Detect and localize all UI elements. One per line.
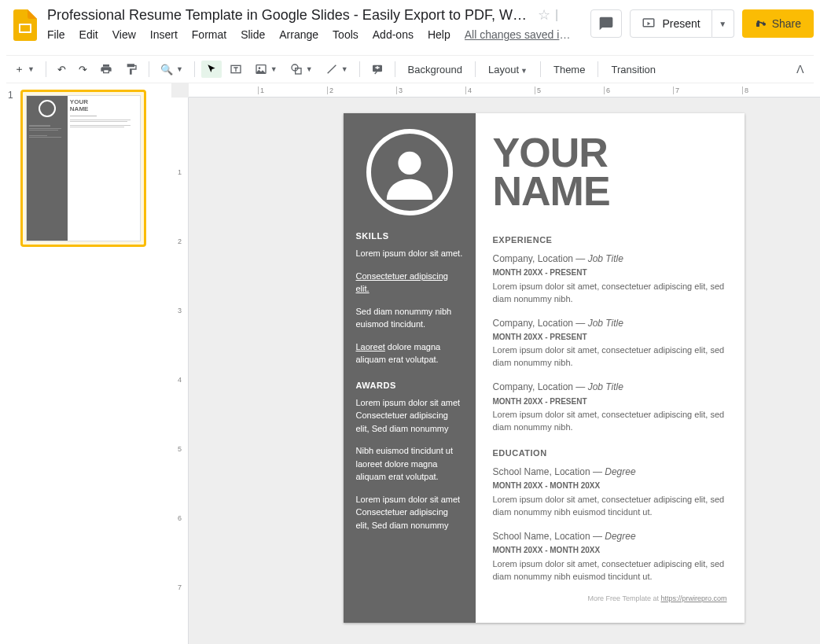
separator	[475, 61, 476, 77]
select-tool[interactable]	[201, 61, 222, 78]
separator	[395, 61, 395, 77]
new-slide-button[interactable]: ＋▼	[9, 59, 39, 79]
name-heading[interactable]: YOURNAME	[493, 134, 727, 212]
present-label: Present	[662, 17, 700, 30]
paint-format-button[interactable]	[120, 60, 142, 79]
save-state[interactable]: All changes saved in …	[465, 28, 575, 41]
separator	[540, 61, 541, 77]
menu-addons[interactable]: Add-ons	[373, 28, 414, 41]
toolbar: ＋▼ ↶ ↷ 🔍▼ ▼ ▼ ▼ Background Layout▼ Theme…	[6, 55, 814, 83]
title-separator: |	[555, 8, 558, 22]
menu-help[interactable]: Help	[428, 28, 450, 41]
share-button[interactable]: Share	[742, 9, 814, 38]
theme-button[interactable]: Theme	[547, 61, 591, 79]
menu-arrange[interactable]: Arrange	[279, 28, 318, 41]
transition-button[interactable]: Transition	[605, 61, 662, 79]
svg-rect-1	[20, 25, 30, 31]
awards-heading[interactable]: AWARDS	[356, 381, 463, 390]
comments-button[interactable]	[590, 9, 622, 38]
slide-thumbnail[interactable]: YOURNAME	[20, 90, 146, 247]
ruler-vertical: 1234567	[171, 98, 189, 644]
job-entry[interactable]: Company, Location — Job Title MONTH 20XX…	[493, 317, 727, 370]
collapse-toolbar-icon[interactable]: ᐱ	[790, 60, 811, 79]
edu-entry[interactable]: School Name, Location — Degree MONTH 20X…	[493, 530, 727, 583]
separator	[46, 61, 46, 77]
layout-button[interactable]: Layout▼	[482, 61, 534, 79]
menu-tools[interactable]: Tools	[333, 28, 359, 41]
comment-tool[interactable]	[366, 60, 388, 79]
awards-item[interactable]: Lorem ipsum dolor sit amet Consectetuer …	[356, 493, 463, 532]
menu-insert[interactable]: Insert	[150, 28, 178, 41]
print-button[interactable]	[95, 60, 117, 79]
thumb-number: 1	[8, 90, 16, 247]
menu-edit[interactable]: Edit	[79, 28, 98, 41]
edu-entry[interactable]: School Name, Location — Degree MONTH 20X…	[493, 466, 727, 519]
education-heading[interactable]: EDUCATION	[493, 448, 727, 458]
line-tool[interactable]: ▼	[321, 60, 353, 79]
separator	[194, 61, 195, 77]
present-button[interactable]: Present	[630, 9, 712, 38]
menu-format[interactable]: Format	[192, 28, 226, 41]
document-title[interactable]: Professional Resume Template in Google S…	[47, 7, 533, 24]
awards-item[interactable]: Nibh euismod tincidunt ut laoreet dolore…	[356, 444, 463, 484]
skills-item[interactable]: Lorem ipsum dolor sit amet.	[356, 247, 463, 260]
image-tool[interactable]: ▼	[250, 60, 282, 79]
svg-point-6	[259, 67, 261, 69]
background-button[interactable]: Background	[402, 61, 469, 79]
resume-main[interactable]: YOURNAME EXPERIENCE Company, Location — …	[476, 113, 745, 623]
separator	[359, 61, 360, 77]
svg-point-10	[398, 152, 421, 175]
menu-view[interactable]: View	[112, 28, 136, 41]
job-entry[interactable]: Company, Location — Job Title MONTH 20XX…	[493, 381, 727, 434]
star-icon[interactable]: ☆	[538, 6, 550, 24]
menu-file[interactable]: File	[47, 28, 65, 41]
shape-tool[interactable]: ▼	[285, 60, 318, 79]
filmstrip[interactable]: 1 YOURNAME	[0, 83, 171, 644]
present-dropdown[interactable]: ▼	[712, 9, 734, 38]
redo-button[interactable]: ↷	[74, 61, 92, 79]
ruler-horizontal: 12345678	[189, 83, 820, 98]
slide-canvas[interactable]: SKILLS Lorem ipsum dolor sit amet. Conse…	[344, 113, 745, 623]
menu-slide[interactable]: Slide	[241, 28, 265, 41]
skills-heading[interactable]: SKILLS	[356, 231, 463, 241]
skills-item[interactable]: Consectetuer adipiscing elit.	[356, 270, 463, 296]
textbox-tool[interactable]	[225, 60, 247, 79]
skills-item[interactable]: Sed diam nonummy nibh euismod tincidunt.	[356, 305, 463, 331]
job-entry[interactable]: Company, Location — Job Title MONTH 20XX…	[493, 252, 727, 306]
svg-rect-3	[756, 23, 759, 27]
separator	[598, 61, 598, 77]
awards-item[interactable]: Lorem ipsum dolor sit amet Consectetuer …	[356, 396, 463, 436]
skills-item[interactable]: Laoreet dolore magna aliquam erat volutp…	[356, 340, 463, 366]
slides-logo-icon[interactable]	[9, 9, 41, 41]
footer-link[interactable]: More Free Template at https://prwirepro.…	[493, 594, 727, 602]
share-label: Share	[772, 17, 801, 30]
resume-sidebar[interactable]: SKILLS Lorem ipsum dolor sit amet. Conse…	[344, 113, 476, 623]
separator	[149, 61, 149, 77]
undo-button[interactable]: ↶	[53, 61, 71, 79]
svg-rect-8	[295, 68, 300, 74]
menu-bar: File Edit View Insert Format Slide Arran…	[47, 28, 590, 41]
avatar-placeholder-icon[interactable]	[366, 129, 453, 215]
zoom-button[interactable]: 🔍▼	[156, 61, 188, 79]
experience-heading[interactable]: EXPERIENCE	[493, 235, 727, 245]
